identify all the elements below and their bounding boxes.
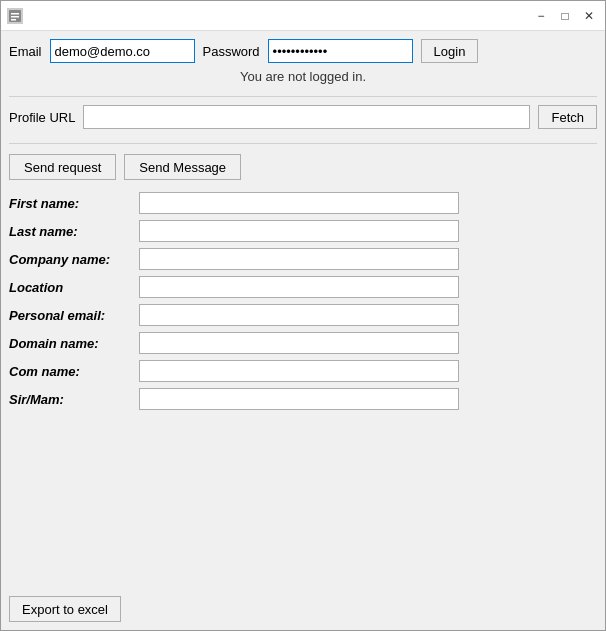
profile-url-label: Profile URL [9,110,75,125]
table-row: Last name: [9,220,597,242]
main-window: − □ ✕ Email Password Login You are not l… [0,0,606,631]
title-bar: − □ ✕ [1,1,605,31]
main-content: Email Password Login You are not logged … [1,31,605,630]
status-text: You are not logged in. [9,69,597,84]
field-input-2[interactable] [139,248,459,270]
fetch-button[interactable]: Fetch [538,105,597,129]
table-row: Location [9,276,597,298]
action-buttons: Send request Send Message [9,154,597,180]
divider-2 [9,143,597,144]
minimize-button[interactable]: − [531,6,551,26]
email-input[interactable] [50,39,195,63]
profile-url-input[interactable] [83,105,530,129]
field-label-0: First name: [9,196,139,211]
maximize-button[interactable]: □ [555,6,575,26]
field-label-6: Com name: [9,364,139,379]
svg-rect-2 [11,16,19,18]
form-fields: First name:Last name:Company name:Locati… [9,192,597,410]
table-row: Domain name: [9,332,597,354]
password-input[interactable] [268,39,413,63]
email-label: Email [9,44,42,59]
close-button[interactable]: ✕ [579,6,599,26]
login-button[interactable]: Login [421,39,479,63]
window-controls: − □ ✕ [531,6,599,26]
send-request-button[interactable]: Send request [9,154,116,180]
svg-rect-3 [11,19,16,21]
app-icon [7,8,23,24]
svg-rect-1 [11,13,19,15]
field-input-7[interactable] [139,388,459,410]
export-to-excel-button[interactable]: Export to excel [9,596,121,622]
export-section: Export to excel [9,586,597,622]
profile-url-row: Profile URL Fetch [9,105,597,129]
table-row: Sir/Mam: [9,388,597,410]
password-label: Password [203,44,260,59]
divider-1 [9,96,597,97]
field-label-3: Location [9,280,139,295]
table-row: Company name: [9,248,597,270]
field-label-1: Last name: [9,224,139,239]
field-label-5: Domain name: [9,336,139,351]
table-row: Personal email: [9,304,597,326]
field-input-0[interactable] [139,192,459,214]
login-row: Email Password Login [9,39,597,63]
field-input-6[interactable] [139,360,459,382]
field-input-4[interactable] [139,304,459,326]
table-row: First name: [9,192,597,214]
field-label-2: Company name: [9,252,139,267]
field-label-7: Sir/Mam: [9,392,139,407]
field-label-4: Personal email: [9,308,139,323]
table-row: Com name: [9,360,597,382]
field-input-1[interactable] [139,220,459,242]
send-message-button[interactable]: Send Message [124,154,241,180]
field-input-3[interactable] [139,276,459,298]
field-input-5[interactable] [139,332,459,354]
